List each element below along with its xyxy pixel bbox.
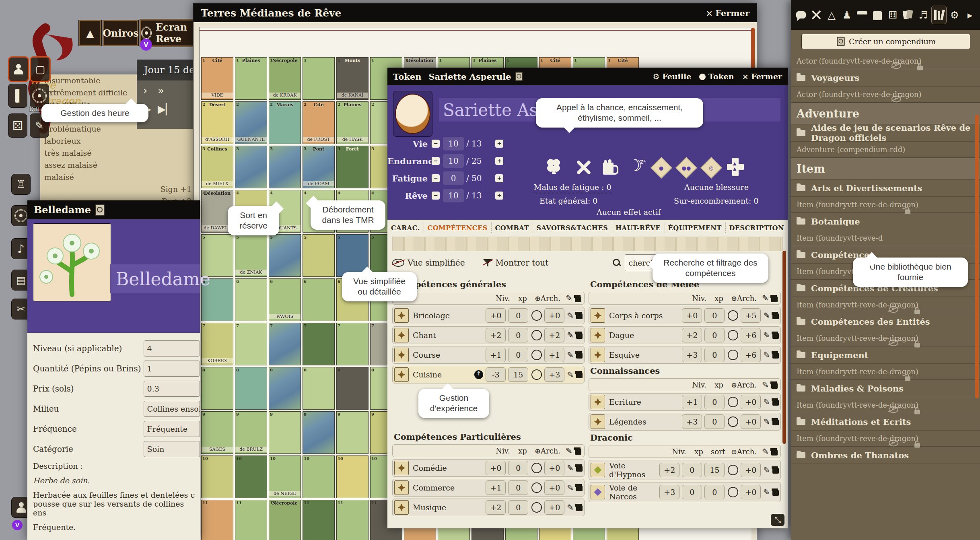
trash-icon[interactable] xyxy=(772,466,779,474)
xp-value[interactable]: 15 xyxy=(508,367,528,382)
niveau-value[interactable]: +2 xyxy=(682,328,702,342)
archetype-value[interactable]: +0 xyxy=(741,395,761,409)
plus-button[interactable]: + xyxy=(495,174,503,182)
trash-icon[interactable] xyxy=(772,488,779,496)
lock-icon[interactable] xyxy=(914,443,920,447)
edit-icon[interactable]: ✎ xyxy=(567,463,574,473)
niveau-value[interactable]: +3 xyxy=(659,485,679,499)
skill-row-ecriture[interactable]: Ecriture+10+0✎ xyxy=(589,393,781,411)
stat-current[interactable]: 10 xyxy=(443,137,464,150)
tab-actors[interactable]: ♟ xyxy=(840,6,854,24)
edit-icon[interactable]: ✎ xyxy=(763,330,770,340)
tmr-cell-B5[interactable]: 5de ZNIAK xyxy=(235,234,267,277)
edit-icon[interactable]: ✎ xyxy=(567,483,574,493)
tmr-cell-C1[interactable]: 1Nécropolede KROAK xyxy=(269,57,301,100)
tab-combat[interactable]: COMBAT xyxy=(491,223,532,233)
tab--quipement[interactable]: ÉQUIPEMENT xyxy=(665,223,725,233)
xp-value[interactable]: 0 xyxy=(508,308,528,323)
tab-compendium[interactable] xyxy=(931,6,947,24)
field-input[interactable]: Soin xyxy=(144,441,200,457)
eye-slash-icon[interactable] xyxy=(889,439,898,446)
tmr-cell-B10[interactable]: 10 xyxy=(235,455,267,498)
tmr-cell-A7[interactable]: 7KORREX xyxy=(201,323,233,365)
chance-icon[interactable] xyxy=(545,158,562,176)
archetype-value[interactable]: +0 xyxy=(544,480,564,495)
tab-savoirs-taches[interactable]: SAVOIRS&TACHES xyxy=(533,223,611,233)
tmr-cell-C7[interactable]: 7 xyxy=(269,323,301,365)
trash-icon[interactable] xyxy=(576,312,583,319)
skill-row-dague[interactable]: Dague+20+6✎ xyxy=(589,326,781,344)
niveau-value[interactable]: +1 xyxy=(682,395,702,409)
compendium-folder[interactable]: Arts et Divertissements xyxy=(791,179,980,197)
tmr-cell-E1[interactable]: 1Montsde KANAÏ xyxy=(336,57,369,100)
premiers-soins-icon[interactable]: ▲▲ xyxy=(727,158,744,176)
tmr-cell-B9[interactable]: 9de BRULZ xyxy=(235,411,267,454)
sort-value[interactable]: 15 xyxy=(704,463,725,477)
tmr-cell-A1[interactable]: 1CitéVIDE xyxy=(201,57,233,100)
field-input[interactable]: 4 xyxy=(144,340,200,357)
roll-circle[interactable] xyxy=(531,330,542,340)
tab-carac-[interactable]: CARAC. xyxy=(388,223,423,233)
edit-icon[interactable]: ✎ xyxy=(567,503,574,512)
edit-icon[interactable]: ✎ xyxy=(567,311,574,320)
tmr-cell-D7[interactable]: 7 xyxy=(303,323,335,365)
edit-icon[interactable]: ✎ xyxy=(567,330,574,340)
tab-description[interactable]: DESCRIPTION xyxy=(725,223,787,233)
edit-icon[interactable]: ✎ xyxy=(762,293,769,303)
tmr-cell-C2[interactable]: 2Marais xyxy=(269,101,301,144)
notes-tool-button[interactable]: ♖ xyxy=(11,174,31,195)
minus-button[interactable]: − xyxy=(432,174,440,182)
niveau-value[interactable]: +0 xyxy=(486,461,506,475)
plus-button[interactable]: + xyxy=(495,192,503,200)
trash-icon[interactable] xyxy=(771,295,778,302)
sheet-titlebar[interactable]: Token Sariette Asperule ⚙ Feuille Token … xyxy=(387,68,788,85)
tmr-cell-D1[interactable]: 1 xyxy=(303,57,335,100)
xp-value[interactable]: 0 xyxy=(508,500,528,515)
tmr-cell-A11[interactable]: 11 xyxy=(201,500,233,540)
tmr-cell-D3[interactable]: 3Pontde FOAM xyxy=(303,146,335,188)
tmr-cell-E11[interactable]: 11 xyxy=(336,500,369,540)
niveau-value[interactable]: +2 xyxy=(486,328,506,342)
skill-row-course[interactable]: Course+10+1✎ xyxy=(392,346,585,364)
roll-circle[interactable] xyxy=(531,310,542,321)
tab-haut-r-ve[interactable]: HAUT-RÊVE xyxy=(612,223,664,233)
ethylisme-icon[interactable] xyxy=(603,160,617,175)
xp-value[interactable]: 0 xyxy=(508,480,528,495)
compendium-pack[interactable]: Item (foundryvtt-reve-de-dragon) xyxy=(791,431,980,447)
lock-icon[interactable] xyxy=(905,209,910,214)
sheet-config-button[interactable]: ⚙ Feuille xyxy=(653,72,692,81)
tmr-cell-D9[interactable]: 9 xyxy=(303,411,335,454)
tmr-close-button[interactable]: ×Fermer xyxy=(706,8,749,18)
eye-slash-icon[interactable] xyxy=(891,95,901,102)
skill-row-bricolage[interactable]: Bricolage+00+0✎ xyxy=(392,307,585,324)
encaissement-icon[interactable] xyxy=(575,159,591,175)
field-input[interactable]: 1 xyxy=(144,361,200,377)
trash-icon[interactable] xyxy=(772,418,779,425)
belledame-image[interactable] xyxy=(33,223,111,301)
compendium-folder[interactable]: Equipement xyxy=(791,346,980,364)
tmr-cell-A9[interactable]: 9SAGES xyxy=(201,411,233,454)
tmr-cell-D6[interactable]: 6 xyxy=(303,278,335,321)
lock-icon[interactable] xyxy=(905,376,910,381)
compendium-pack[interactable]: Item (foundryvtt-reve-d xyxy=(791,230,980,246)
blessure-grave-icon[interactable]: ●● xyxy=(679,160,694,175)
niveau-value[interactable]: +2 xyxy=(486,500,506,515)
niveau-value[interactable]: +2 xyxy=(659,463,679,477)
tmr-cell-C9[interactable]: 9 xyxy=(269,411,301,454)
compendium-folder[interactable]: Voyageurs xyxy=(791,69,980,87)
compendium-pack[interactable]: Item (foundryvtt-reve-de-dragon) xyxy=(791,297,980,313)
book-icon[interactable] xyxy=(95,204,105,216)
skip-time-button[interactable]: ▶▏ xyxy=(158,103,174,115)
roll-circle[interactable] xyxy=(531,502,542,513)
dice-tool-button[interactable]: ⚄ xyxy=(8,113,27,138)
ruler-tool-button[interactable] xyxy=(8,84,27,108)
roll-circle[interactable] xyxy=(728,397,738,407)
tab-scenes[interactable]: △ xyxy=(824,6,839,24)
skill-row-comédie[interactable]: Comédie+00+0✎ xyxy=(392,459,585,477)
trash-icon[interactable] xyxy=(576,351,583,359)
stat-current[interactable]: 10 xyxy=(443,154,464,168)
add-skill-icon[interactable]: ⊕ xyxy=(731,381,737,389)
oniros-button[interactable]: Oniros xyxy=(103,20,138,46)
compendium-pack[interactable]: Item (foundryvtt-reve-de-dragon) xyxy=(791,364,980,380)
compendium-pack[interactable]: Adventure (compendium-rdd) xyxy=(791,142,980,158)
